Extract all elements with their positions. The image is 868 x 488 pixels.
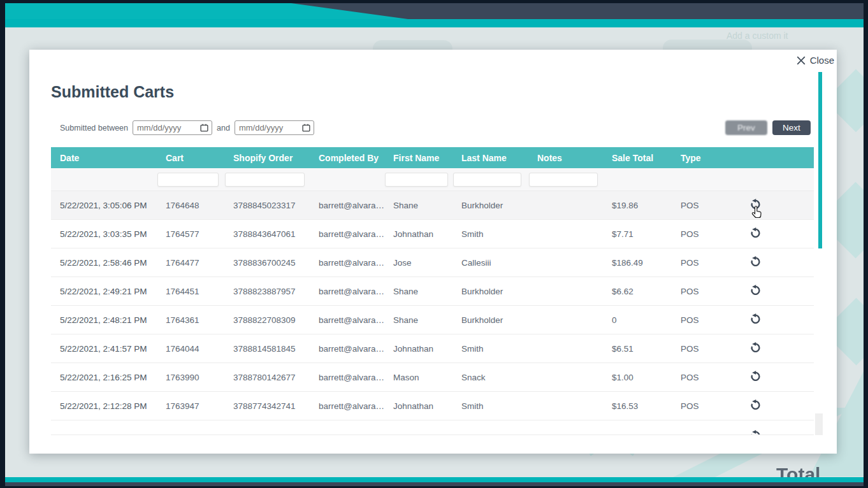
page-title: Submitted Carts	[51, 83, 174, 101]
cell-shopify-order: 3788822708309	[224, 315, 310, 325]
calendar-icon[interactable]	[302, 124, 310, 132]
filter-cart-input[interactable]	[157, 173, 219, 187]
cell-sale-total: $186.49	[603, 258, 672, 268]
cell-actions	[741, 371, 814, 384]
table-row	[51, 420, 814, 435]
cell-shopify-order: 3788774342741	[224, 401, 310, 411]
column-header-shopify-order: Shopify Order	[224, 153, 310, 163]
cell-date: 5/22/2021, 2:49:21 PM	[51, 287, 157, 296]
undo-icon	[750, 199, 761, 210]
undo-cart-button[interactable]	[750, 399, 762, 411]
table-header-row: Date Cart Shopify Order Completed By Fir…	[51, 147, 814, 168]
cell-last-name: Smith	[452, 344, 528, 354]
undo-cart-button[interactable]	[750, 199, 762, 210]
start-date-field[interactable]	[133, 120, 212, 135]
cell-first-name: Shane	[384, 201, 452, 210]
cell-actions	[741, 342, 814, 355]
cell-cart: 1763990	[157, 373, 224, 382]
nav-teal-accent	[5, 3, 408, 19]
next-button[interactable]: Next	[772, 120, 811, 135]
cell-shopify-order: 3788836700245	[224, 258, 310, 268]
undo-cart-button[interactable]	[750, 227, 762, 239]
date-filter-bar: Submitted between and	[60, 120, 314, 135]
undo-cart-button[interactable]	[750, 429, 762, 435]
undo-cart-button[interactable]	[750, 342, 762, 354]
close-icon[interactable]	[796, 55, 806, 66]
submitted-carts-modal: Close Submitted Carts Submitted between …	[29, 50, 837, 454]
cell-last-name: Burkholder	[452, 201, 528, 210]
cell-cart: 1764648	[157, 201, 224, 210]
cell-date: 5/22/2021, 2:12:28 PM	[51, 401, 157, 411]
filter-first-name-input[interactable]	[385, 173, 448, 187]
cell-actions	[741, 199, 814, 212]
cell-first-name: Shane	[384, 315, 452, 325]
cell-date: 5/22/2021, 2:48:21 PM	[51, 315, 157, 325]
cell-type: POS	[672, 344, 741, 354]
filter-notes-input[interactable]	[529, 173, 598, 187]
cell-sale-total: $1.00	[603, 373, 672, 382]
filter-last-name-input[interactable]	[453, 173, 521, 187]
close-button[interactable]: Close	[796, 55, 834, 66]
cell-actions	[741, 313, 814, 327]
cell-cart: 1764451	[157, 287, 224, 296]
cell-last-name: Smith	[452, 229, 528, 239]
cell-last-name: Smith	[452, 401, 528, 411]
cell-completed-by: barrett@alvara…	[310, 229, 384, 239]
scrollbar-track	[815, 413, 823, 435]
undo-cart-button[interactable]	[750, 313, 762, 325]
cell-shopify-order: 3788780142677	[224, 373, 310, 382]
cell-cart: 1764361	[157, 315, 224, 325]
cell-last-name: Snack	[452, 373, 528, 382]
column-header-notes: Notes	[528, 153, 603, 163]
cell-actions	[741, 285, 814, 298]
cell-completed-by: barrett@alvara…	[310, 315, 384, 325]
undo-cart-button[interactable]	[750, 285, 762, 296]
cell-actions	[741, 256, 814, 269]
prev-button[interactable]: Prev	[725, 120, 767, 135]
cell-actions	[741, 420, 814, 435]
end-date-field[interactable]	[235, 120, 314, 135]
cell-first-name: Johnathan	[384, 229, 452, 239]
cell-last-name: Burkholder	[452, 315, 528, 325]
table-row: 5/22/2021, 2:49:21 PM 1764451 3788823887…	[51, 277, 814, 306]
column-header-sale-total: Sale Total	[603, 153, 672, 163]
table-row: 5/22/2021, 3:05:06 PM 1764648 3788845023…	[51, 191, 814, 220]
cell-type: POS	[672, 401, 741, 411]
undo-icon	[750, 371, 761, 382]
cell-cart: 1764577	[157, 229, 224, 239]
cell-completed-by: barrett@alvara…	[310, 287, 384, 296]
calendar-icon[interactable]	[200, 124, 208, 132]
cell-type: POS	[672, 201, 741, 210]
table-row: 5/22/2021, 3:03:35 PM 1764577 3788843647…	[51, 220, 814, 248]
cell-first-name: Shane	[384, 287, 452, 296]
scrollbar-thumb[interactable]	[818, 72, 822, 248]
cell-sale-total: 0	[603, 315, 672, 325]
cell-last-name: Burkholder	[452, 287, 528, 296]
end-date-input[interactable]	[239, 123, 302, 133]
cell-cart: 1764477	[157, 258, 224, 268]
column-header-last-name: Last Name	[452, 153, 528, 163]
undo-cart-button[interactable]	[750, 371, 762, 382]
start-date-input[interactable]	[137, 123, 200, 133]
column-header-date: Date	[51, 153, 157, 163]
table-body: 5/22/2021, 3:05:06 PM 1764648 3788845023…	[51, 191, 814, 435]
cell-first-name: Jose	[384, 258, 452, 268]
table-row: 5/22/2021, 2:12:28 PM 1763947 3788774342…	[51, 392, 814, 420]
cell-date: 5/22/2021, 2:58:46 PM	[51, 258, 157, 268]
cell-completed-by: barrett@alvara…	[310, 373, 384, 382]
table-row: 5/22/2021, 2:16:25 PM 1763990 3788780142…	[51, 363, 814, 392]
date-filter-label: Submitted between	[60, 124, 128, 133]
filter-shopify-order-input[interactable]	[225, 173, 305, 187]
cell-date: 5/22/2021, 2:41:57 PM	[51, 344, 157, 354]
cell-date: 5/22/2021, 2:16:25 PM	[51, 373, 157, 382]
cell-sale-total: $6.51	[603, 344, 672, 354]
undo-icon	[750, 430, 761, 436]
cell-type: POS	[672, 287, 741, 296]
date-filter-conjunction: and	[217, 124, 230, 133]
cell-last-name: Callesiii	[452, 258, 528, 268]
cell-completed-by: barrett@alvara…	[310, 401, 384, 411]
cell-first-name: Johnathan	[384, 401, 452, 411]
undo-cart-button[interactable]	[750, 256, 762, 268]
table-row: 5/22/2021, 2:41:57 PM 1764044 3788814581…	[51, 334, 814, 363]
cell-shopify-order: 3788823887957	[224, 287, 310, 296]
